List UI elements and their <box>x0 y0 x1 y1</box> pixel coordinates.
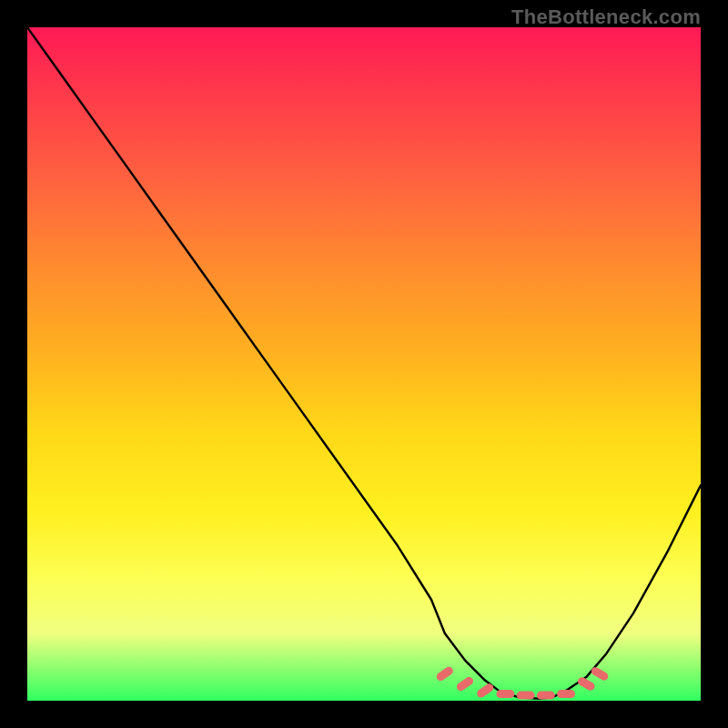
watermark-text: TheBottleneck.com <box>511 5 701 29</box>
chart-container: TheBottleneck.com <box>0 0 728 728</box>
valley-marker <box>537 692 555 700</box>
valley-marker <box>455 675 475 693</box>
curve-line <box>27 27 701 699</box>
valley-marker <box>517 692 535 700</box>
valley-marker <box>496 690 514 698</box>
valley-markers <box>435 665 610 700</box>
valley-marker <box>557 690 575 698</box>
plot-area <box>27 27 701 701</box>
valley-marker <box>435 665 455 682</box>
chart-svg <box>27 27 701 701</box>
bottleneck-curve <box>27 27 701 699</box>
